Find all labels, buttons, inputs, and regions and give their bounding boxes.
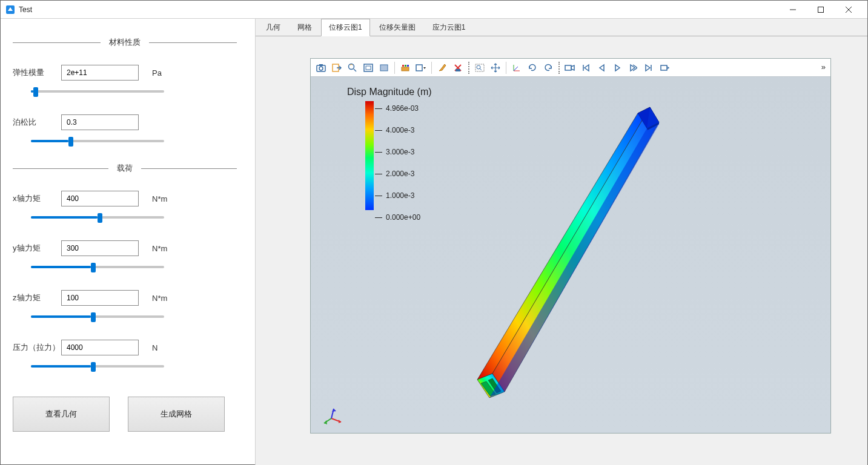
app-icon [5,5,15,15]
export-icon[interactable] [330,61,343,74]
svg-rect-17 [407,65,409,67]
my-slider[interactable] [31,266,164,268]
tab-disp-vector[interactable]: 位移矢量图 [371,19,423,36]
tab-disp-contour[interactable]: 位移云图1 [321,19,370,36]
window-title: Test [19,5,779,14]
viewer: » Disp Magnitude (m) 4.966e-03 4.000e-3 … [310,58,831,434]
viewer-wrap: » Disp Magnitude (m) 4.966e-03 4.000e-3 … [256,36,867,465]
pressure-input[interactable] [61,340,139,355]
elastic-input[interactable] [61,65,139,81]
svg-rect-12 [366,66,371,70]
mz-label: z轴力矩 [13,292,61,303]
svg-rect-28 [565,65,571,70]
svg-line-10 [354,69,356,71]
svg-rect-21 [456,69,460,71]
svg-rect-13 [380,65,388,71]
viewer-toolbar: » [311,59,830,77]
maximize-button[interactable] [807,1,835,19]
first-frame-icon[interactable] [579,61,592,74]
svg-rect-15 [402,65,404,67]
group-load-title: 载荷 [108,163,141,174]
svg-rect-2 [818,7,824,12]
svg-rect-31 [661,65,667,70]
prev-frame-icon[interactable] [595,61,608,74]
mz-row: z轴力矩 N*m [13,290,237,306]
my-row: y轴力矩 N*m [13,240,237,256]
play-icon[interactable] [611,61,624,74]
titlebar: Test [1,1,867,19]
tab-stress-contour[interactable]: 应力云图1 [425,19,474,36]
mx-label: x轴力矩 [13,193,61,204]
svg-marker-46 [332,409,336,412]
rotate-cw-icon[interactable] [526,61,539,74]
group-material-header: 材料性质 [13,37,237,48]
svg-marker-32 [477,107,650,380]
loop-icon[interactable] [658,61,671,74]
axis-triad-icon [320,405,345,427]
sidebar: 材料性质 弹性模量 Pa 泊松比 载荷 [1,19,255,465]
my-label: y轴力矩 [13,243,61,254]
fit-window-icon[interactable] [362,61,375,74]
toolbar-expand-icon[interactable]: » [821,62,826,71]
window-controls [779,1,863,19]
tab-bar: 几何 网格 位移云图1 位移矢量图 应力云图1 [256,19,867,36]
brush-icon[interactable] [436,61,449,74]
screenshot-icon[interactable] [314,61,328,74]
delete-icon[interactable] [451,61,465,74]
select-rect-icon[interactable] [473,61,486,74]
main-area: 材料性质 弹性模量 Pa 泊松比 载荷 [1,19,867,465]
mx-input[interactable] [61,191,139,206]
mz-input[interactable] [61,290,139,306]
poisson-row: 泊松比 [13,114,237,130]
elastic-slider[interactable] [31,90,164,93]
rotate-ccw-icon[interactable] [542,61,555,74]
tab-mesh[interactable]: 网格 [290,19,320,36]
pressure-label: 压力（拉力） [13,342,61,353]
box-dropdown-icon[interactable] [414,61,428,74]
svg-rect-18 [416,65,422,71]
mx-slider[interactable] [31,216,164,219]
svg-rect-14 [402,67,409,71]
svg-rect-16 [405,65,406,67]
beam-render [311,77,807,433]
camera-record-icon[interactable] [563,61,577,74]
tab-geometry[interactable]: 几何 [258,19,288,36]
my-unit: N*m [152,244,167,253]
poisson-label: 泊松比 [13,117,61,128]
app-window: Test 材料性质 弹性模量 Pa 泊松比 [0,0,868,465]
bounding-box-icon[interactable] [377,61,391,74]
palette-icon[interactable] [399,61,412,74]
generate-mesh-button[interactable]: 生成网格 [128,397,225,432]
poisson-input[interactable] [61,114,139,130]
elastic-label: 弹性模量 [13,67,61,78]
axes-icon[interactable] [510,61,523,74]
zoom-reset-icon[interactable] [346,61,359,74]
elastic-unit: Pa [152,68,162,78]
minimize-button[interactable] [779,1,807,19]
svg-marker-34 [492,107,659,392]
render-canvas[interactable]: Disp Magnitude (m) 4.966e-03 4.000e-3 3.… [311,77,830,433]
action-buttons: 查看几何 生成网格 一键计算 退出 [13,397,237,465]
pan-icon[interactable] [489,61,502,74]
content-area: 几何 网格 位移云图1 位移矢量图 应力云图1 [255,19,867,465]
mx-unit: N*m [152,194,167,203]
pressure-unit: N [152,343,157,352]
svg-point-6 [319,67,323,70]
svg-rect-11 [364,64,373,71]
pressure-slider[interactable] [31,365,164,368]
poisson-slider[interactable] [31,140,164,142]
svg-line-27 [514,67,518,71]
last-frame-icon[interactable] [642,61,655,74]
svg-rect-7 [319,64,323,66]
svg-line-24 [480,68,482,70]
group-material-title: 材料性质 [101,37,149,48]
next-frame-icon[interactable] [626,61,640,74]
view-geometry-button[interactable]: 查看几何 [13,397,110,432]
my-input[interactable] [61,240,139,256]
svg-point-9 [349,64,354,69]
pressure-row: 压力（拉力） N [13,340,237,355]
group-load-header: 载荷 [13,163,237,174]
mz-unit: N*m [152,294,167,303]
close-button[interactable] [835,1,863,19]
mz-slider[interactable] [31,315,164,318]
